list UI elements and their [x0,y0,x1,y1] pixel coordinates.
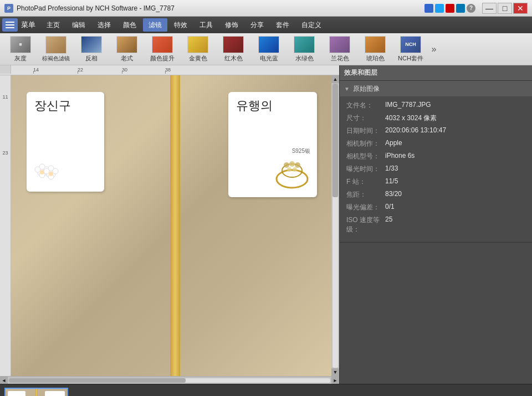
menu-retouch[interactable]: 修饰 [219,18,244,32]
svg-point-17 [287,167,291,172]
filter-sepia[interactable]: 棕褐色滤镜 [39,35,73,64]
svg-point-12 [277,170,308,188]
menubar: 菜单 主页 编辑 选择 颜色 滤镜 特效 工具 修饰 分享 套件 自定义 [0,17,532,33]
menu-color[interactable]: 颜色 [117,18,142,32]
menu-filter[interactable]: 滤镜 [143,18,167,32]
scroll-up-button[interactable]: ▲ [331,75,339,83]
svg-point-8 [53,168,58,174]
iso-label: ISO 速度等级： [346,215,385,234]
nch-icon: NCH [400,36,421,53]
exposure-value: 1/33 [385,164,398,174]
menu-tools[interactable]: 工具 [194,18,218,32]
svg-point-16 [295,162,300,168]
titlebar-left: P PhotoPad Professional by NCH Software … [4,4,175,13]
camera-make-label: 相机制作： [346,139,385,148]
focal-label: 焦距： [346,190,385,199]
right-card: 유행의 S925银 [228,92,317,197]
minimize-button[interactable]: — [482,3,497,14]
menu-edit[interactable]: 编辑 [66,18,91,32]
golden-icon [187,36,208,53]
filter-teal[interactable]: 水绿色 [287,35,321,64]
fstop-value: 11/5 [385,177,398,187]
filter-nch[interactable]: NCH NCH套件 [393,35,428,64]
info-row-camera-make: 相机制作： Apple [346,139,525,148]
twitter-icon [435,4,444,13]
layer-label: 原始图像 [353,84,380,94]
scroll-left-button[interactable]: ◄ [0,377,8,384]
effects-header: 效果和图层 [340,65,532,81]
help-icon[interactable]: ? [467,4,475,13]
filter-redwood[interactable]: 红木色 [216,35,250,64]
thumbnail-item[interactable]: ✕ IMG_7787 [4,388,68,397]
ruler-left: 11 23 [0,75,11,376]
svg-point-18 [293,167,297,172]
scroll-right-button[interactable]: ► [331,377,339,384]
vertical-scrollbar[interactable]: ▲ ▼ [331,75,339,376]
app-icon: P [4,4,13,13]
filterbar: ■ 灰度 棕褐色滤镜 反相 老式 颜色提升 金黄色 红木色 [0,33,532,65]
ruler-tick-22: 22 [78,67,83,73]
hscroll-thumb[interactable] [9,378,186,383]
filter-vintage[interactable]: 老式 [110,35,144,64]
filter-enhance[interactable]: 颜色提升 [145,35,180,64]
sepia-icon [45,36,66,54]
thumb-left-card [8,391,25,397]
linkedin-icon [456,4,465,13]
fb-icon [424,4,433,13]
size-value: 4032 x 3024 像素 [385,114,437,123]
more-filters-button[interactable]: » [430,44,438,54]
filter-amber[interactable]: 琥珀色 [358,35,392,64]
filename-label: 文件名： [346,101,385,110]
menu-special[interactable]: 特效 [168,18,193,32]
canvas-container: 11 23 장신구 [0,75,339,376]
datetime-label: 日期时间： [346,126,385,136]
vintage-icon [116,36,137,53]
ruler-top-content: 14 22 30 38 [11,65,339,74]
thumb-right-card [45,391,65,397]
menu-label[interactable]: 菜单 [21,20,35,30]
info-row-camera-model: 相机型号： iPhone 6s [346,152,525,161]
scroll-down-button[interactable]: ▼ [331,368,339,376]
scroll-thumb[interactable] [332,84,338,197]
right-panel: 效果和图层 ▼ 原始图像 文件名： IMG_7787.JPG 尺寸： 4032 … [339,65,532,384]
filter-grayscale[interactable]: ■ 灰度 [3,35,38,64]
expbias-value: 0/1 [385,203,395,212]
hamburger-menu[interactable] [2,18,18,32]
iso-value: 25 [385,215,392,234]
hscroll-track [9,378,330,383]
camera-model-label: 相机型号： [346,152,385,161]
filter-electricblue[interactable]: 电光蓝 [252,35,286,64]
fstop-label: F 站： [346,177,385,187]
ruler-tick-left-23: 23 [2,150,8,156]
menu-select[interactable]: 选择 [92,18,116,32]
window-title: PhotoPad Professional by NCH Software - … [17,4,175,12]
ruler-line-22 [78,71,78,74]
teal-icon [294,36,315,53]
invert-icon [81,36,102,53]
layer-section-header[interactable]: ▼ 原始图像 [340,81,532,96]
thumb-preview [6,389,67,397]
titlebar-icons: ? [424,3,475,14]
exposure-label: 曝光时间： [346,164,385,174]
info-row-exposure: 曝光时间： 1/33 [346,164,525,174]
menu-share[interactable]: 分享 [245,18,269,32]
menu-suite[interactable]: 套件 [270,18,295,32]
filter-orchid[interactable]: 兰花色 [323,35,357,64]
ruler-corner [0,65,11,74]
horizontal-scrollbar: ◄ ► [0,376,339,384]
expbias-label: 曝光偏差： [346,203,385,212]
size-label: 尺寸： [346,114,385,123]
info-row-fstop: F 站： 11/5 [346,177,525,187]
layer-section: ▼ 原始图像 文件名： IMG_7787.JPG 尺寸： 4032 x 3024… [340,81,532,243]
menu-custom[interactable]: 自定义 [296,18,327,32]
maximize-button[interactable]: □ [498,3,512,14]
close-button[interactable]: ✕ [513,3,528,14]
image-viewport[interactable]: 장신구 [11,75,339,376]
canvas-area: 14 22 30 38 11 23 [0,65,339,384]
filter-golden[interactable]: 金黄色 [181,35,215,64]
layer-chevron-icon: ▼ [344,86,350,92]
menu-home[interactable]: 主页 [41,18,65,32]
filter-invert[interactable]: 反相 [74,35,109,64]
camera-make-value: Apple [385,139,402,148]
amber-icon [365,36,386,53]
